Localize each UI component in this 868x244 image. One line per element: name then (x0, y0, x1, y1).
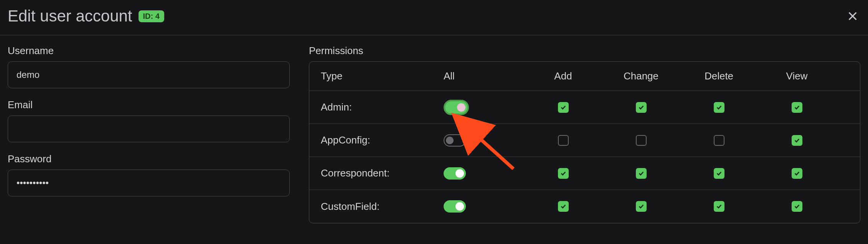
permission-checkbox[interactable] (714, 168, 724, 179)
permission-checkbox[interactable] (792, 135, 802, 146)
close-button[interactable] (845, 8, 860, 24)
permission-row: Admin: (309, 91, 860, 124)
permission-checkbox[interactable] (714, 102, 724, 113)
permissions-header-row: Type All Add Change Delete View (309, 62, 860, 91)
permission-checkbox[interactable] (792, 168, 802, 179)
permission-checkbox[interactable] (636, 168, 647, 179)
col-header-delete: Delete (680, 70, 758, 82)
permission-checkbox[interactable] (636, 135, 647, 146)
username-label: Username (8, 45, 290, 57)
col-header-type: Type (309, 70, 444, 82)
col-header-all: All (444, 70, 524, 82)
permission-all-toggle[interactable] (444, 200, 466, 213)
col-header-add: Add (524, 70, 602, 82)
permission-row: CustomField: (309, 190, 860, 223)
id-badge: ID: 4 (139, 10, 164, 22)
permission-checkbox[interactable] (714, 135, 724, 146)
password-label: Password (8, 153, 290, 165)
permission-checkbox[interactable] (636, 102, 647, 113)
username-input[interactable] (8, 61, 290, 88)
permission-all-toggle[interactable] (444, 134, 466, 147)
col-header-change: Change (602, 70, 680, 82)
permission-type-label: Admin: (309, 101, 444, 113)
col-header-view: View (758, 70, 836, 82)
permission-row: AppConfig: (309, 124, 860, 157)
email-input[interactable] (8, 115, 290, 142)
permissions-table: Type All Add Change Delete View Admin:Ap… (309, 61, 860, 223)
permission-type-label: AppConfig: (309, 134, 444, 146)
close-icon (847, 10, 859, 22)
permission-checkbox[interactable] (558, 102, 569, 113)
permission-checkbox[interactable] (558, 135, 569, 146)
permission-checkbox[interactable] (714, 201, 724, 212)
permission-type-label: Correspondent: (309, 167, 444, 179)
permission-checkbox[interactable] (558, 168, 569, 179)
permission-checkbox[interactable] (636, 201, 647, 212)
permission-checkbox[interactable] (792, 102, 802, 113)
permissions-label: Permissions (309, 45, 860, 57)
permission-type-label: CustomField: (309, 201, 444, 213)
password-input[interactable] (8, 170, 290, 196)
email-label: Email (8, 99, 290, 111)
permission-checkbox[interactable] (558, 201, 569, 212)
permission-checkbox[interactable] (792, 201, 802, 212)
page-title: Edit user account (8, 7, 132, 25)
permission-all-toggle[interactable] (444, 100, 469, 115)
permission-row: Correspondent: (309, 157, 860, 190)
permission-all-toggle[interactable] (444, 167, 466, 180)
